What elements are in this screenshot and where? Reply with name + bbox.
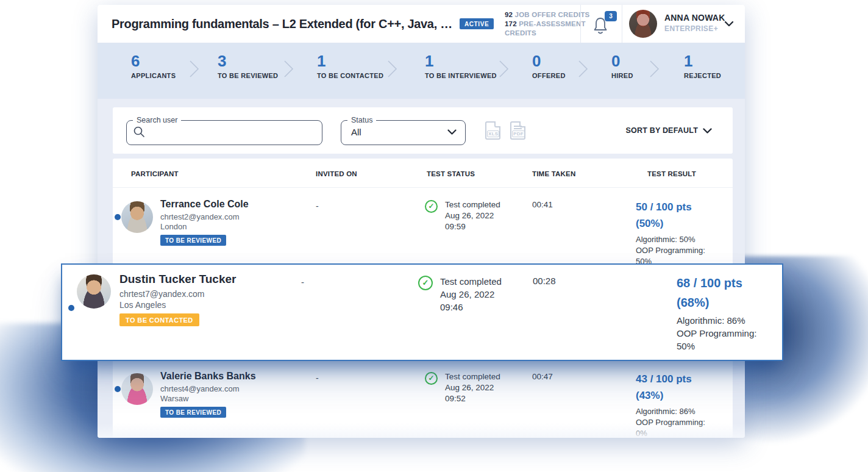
notifications-button[interactable]: 3 <box>589 13 613 38</box>
stage-count: 6 <box>131 52 176 70</box>
status-selected-value: All <box>351 127 361 137</box>
test-status-date: Aug 26, 2022 <box>445 382 500 393</box>
chevron-right-icon <box>578 59 588 79</box>
pipeline-stage-to-be-reviewed[interactable]: 3 TO BE REVIEWED <box>218 52 278 79</box>
col-participant: PARTICIPANT <box>131 170 179 177</box>
stage-badge: TO BE CONTACTED <box>119 313 199 326</box>
participant-city: Los Angeles <box>119 300 166 310</box>
stage-label: TO BE INTERVIEWED <box>425 72 497 79</box>
unread-dot <box>115 386 121 392</box>
pipeline-stage-hired[interactable]: 0 HIRED <box>611 52 633 79</box>
check-circle-icon: ✓ <box>425 200 438 213</box>
job-offer-credits-label: JOB OFFER CREDITS <box>515 11 590 18</box>
invited-on-value: - <box>316 201 319 211</box>
user-menu[interactable]: ANNA NOWAK ENTERPRISE+ <box>664 13 725 33</box>
skill-breakdown: Algorithmic: 50% OOP Programming: 50% <box>636 234 709 267</box>
participant-city: Warsaw <box>160 394 188 403</box>
test-status: Test completed Aug 26, 2022 09:46 <box>440 275 502 313</box>
participant-name: Dustin Tucker Tucker <box>119 273 236 286</box>
stage-label: REJECTED <box>684 72 721 79</box>
stage-count: 1 <box>684 52 721 70</box>
col-invited-on: INVITED ON <box>316 170 357 177</box>
search-user-field[interactable]: Search user <box>126 116 322 145</box>
participant-city: London <box>160 222 187 231</box>
skill-breakdown: Algorithmic: 86% OOP Programming: 0% <box>636 406 709 438</box>
sort-label: SORT BY DEFAULT <box>625 126 698 135</box>
test-status-text: Test completed <box>445 371 500 382</box>
search-icon <box>133 126 145 138</box>
col-test-result: TEST RESULT <box>647 170 696 177</box>
stage-label: HIRED <box>611 72 633 79</box>
header-divider <box>622 5 622 43</box>
score-percent: (68%) <box>677 293 763 312</box>
status-select-label: Status <box>347 116 376 124</box>
time-taken-value: 00:41 <box>532 200 553 209</box>
user-avatar[interactable] <box>629 10 657 38</box>
pipeline-stage-rejected[interactable]: 1 REJECTED <box>684 52 721 79</box>
score-points: 68 / 100 pts <box>677 273 763 293</box>
export-pdf-button[interactable]: PDF <box>510 121 525 140</box>
skill-1: Algorithmic: 50% <box>636 235 695 244</box>
status-select[interactable]: Status All <box>341 116 466 145</box>
test-status-time: 09:46 <box>440 301 502 313</box>
score-percent: (50%) <box>636 215 709 232</box>
participant-email: chrtest2@yandex.com <box>160 212 240 221</box>
score-points: 50 / 100 pts <box>636 199 709 215</box>
stage-badge: TO BE REVIEWED <box>160 235 226 246</box>
pipeline-stage-offered[interactable]: 0 OFFERED <box>532 52 566 79</box>
filters-bar: Search user Status All <box>113 107 733 154</box>
chevron-down-icon[interactable] <box>724 21 734 27</box>
pre-assessment-credits-label: PRE-ASSESSMENT CREDITS <box>505 20 586 37</box>
skill-1: Algorithmic: 86% <box>636 407 695 416</box>
hiring-pipeline: 6 APPLICANTS 3 TO BE REVIEWED 1 TO BE CO… <box>98 43 745 99</box>
test-status-date: Aug 26, 2022 <box>440 288 502 301</box>
sort-by-dropdown[interactable]: SORT BY DEFAULT <box>625 126 712 135</box>
time-taken-value: 00:47 <box>532 372 553 381</box>
search-input[interactable] <box>150 127 308 137</box>
test-status-text: Test completed <box>440 275 502 288</box>
test-status: Test completed Aug 26, 2022 09:59 <box>445 199 500 232</box>
participant-name: Terrance Cole Cole <box>160 199 249 210</box>
chevron-down-icon <box>447 129 457 135</box>
pipeline-stage-to-be-contacted[interactable]: 1 TO BE CONTACTED <box>317 52 383 79</box>
screenshot-canvas: Programming fundamentals – L2 Extended (… <box>0 0 868 472</box>
test-status-text: Test completed <box>445 199 500 210</box>
chevron-right-icon <box>499 59 509 79</box>
participant-row[interactable]: Valerie Banks Banks chrtest4@yandex.com … <box>113 370 733 438</box>
invited-on-value: - <box>301 277 304 287</box>
test-result: 43 / 100 pts (43%) Algorithmic: 86% OOP … <box>636 371 709 438</box>
xls-icon: XLS <box>487 131 499 137</box>
participant-row-highlighted[interactable]: Dustin Tucker Tucker chrtest7@yandex.com… <box>61 263 783 361</box>
unread-dot <box>115 214 121 220</box>
col-test-status: TEST STATUS <box>427 170 475 177</box>
participant-avatar <box>121 201 153 233</box>
chevron-right-icon <box>649 59 660 79</box>
participant-avatar <box>121 373 153 405</box>
user-plan: ENTERPRISE+ <box>664 24 725 33</box>
page-title: Programming fundamentals – L2 Extended (… <box>112 17 452 31</box>
export-xls-button[interactable]: XLS <box>485 121 500 140</box>
skill-2: OOP Programming: 0% <box>636 418 705 438</box>
participant-email: chrtest4@yandex.com <box>160 384 240 393</box>
skill-breakdown: Algorithmic: 86% OOP Programming: 50% <box>677 314 763 352</box>
user-name: ANNA NOWAK <box>664 13 725 23</box>
test-status-time: 09:52 <box>445 393 500 404</box>
pipeline-stage-to-be-interviewed[interactable]: 1 TO BE INTERVIEWED <box>425 52 497 79</box>
pipeline-stage-applicants[interactable]: 6 APPLICANTS <box>131 52 176 79</box>
pre-assessment-credits-value: 172 <box>505 20 517 27</box>
stage-count: 1 <box>317 52 383 70</box>
pdf-icon: PDF <box>512 131 525 137</box>
stage-label: OFFERED <box>532 72 566 79</box>
stage-label: TO BE CONTACTED <box>317 72 383 79</box>
stage-count: 0 <box>532 52 566 70</box>
stage-label: APPLICANTS <box>131 72 176 79</box>
stage-count: 1 <box>425 52 497 70</box>
table-header: PARTICIPANT INVITED ON TEST STATUS TIME … <box>113 159 733 188</box>
check-circle-icon: ✓ <box>425 372 438 385</box>
time-taken-value: 00:28 <box>533 276 556 286</box>
notification-count-badge: 3 <box>605 11 617 21</box>
stage-badge: TO BE REVIEWED <box>160 407 226 418</box>
participant-name: Valerie Banks Banks <box>160 371 256 382</box>
job-offer-credits-value: 92 <box>505 11 513 18</box>
search-field-label: Search user <box>133 116 181 124</box>
